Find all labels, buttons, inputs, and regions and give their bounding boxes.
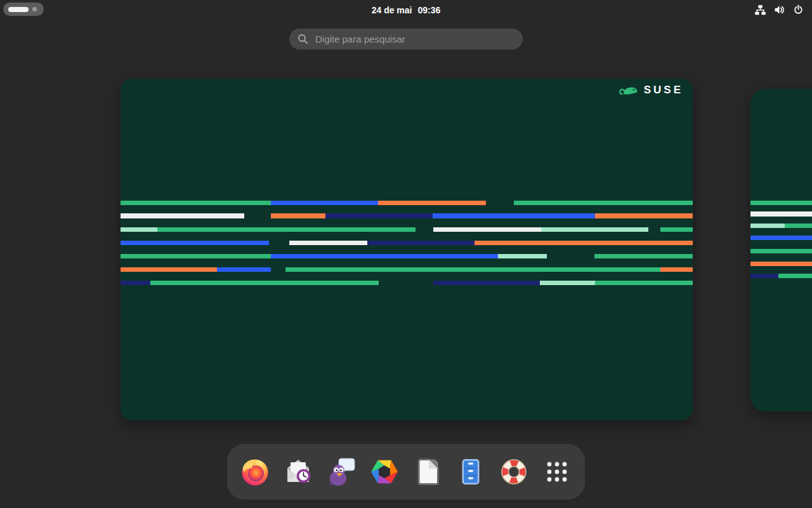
help-lifebuoy-icon bbox=[499, 457, 529, 487]
wallpaper-stripe bbox=[541, 227, 648, 232]
app-grid-icon bbox=[542, 457, 572, 487]
wallpaper-stripe bbox=[498, 254, 547, 258]
system-status-area[interactable] bbox=[755, 0, 804, 20]
photos-shutter-icon bbox=[369, 457, 400, 487]
pidgin-icon bbox=[326, 457, 357, 487]
power-icon bbox=[793, 4, 804, 15]
wallpaper-stripe bbox=[367, 241, 475, 245]
wallpaper-stripe bbox=[433, 227, 541, 232]
wallpaper-stripe bbox=[121, 213, 244, 218]
top-bar: 24 de mai 09:36 bbox=[0, 0, 812, 20]
wallpaper-stripe bbox=[121, 241, 269, 245]
dock-evolution-button[interactable] bbox=[283, 457, 313, 487]
dock-pidgin-button[interactable] bbox=[326, 457, 357, 487]
dock-app-grid-button[interactable] bbox=[542, 457, 572, 487]
wallpaper-stripe bbox=[475, 241, 693, 245]
evolution-mail-icon bbox=[283, 457, 313, 487]
clock-time: 09:36 bbox=[418, 5, 441, 15]
wallpaper-stripe bbox=[785, 224, 812, 228]
wallpaper-stripe bbox=[595, 213, 693, 218]
network-wired-icon bbox=[755, 4, 766, 15]
workspace-pill-active[interactable] bbox=[8, 7, 29, 12]
wallpaper-stripe bbox=[271, 201, 378, 205]
wallpaper-stripe bbox=[325, 213, 433, 218]
dock-help-button[interactable] bbox=[499, 457, 529, 487]
suse-logo: SUSE bbox=[619, 83, 683, 97]
wallpaper-stripe bbox=[150, 281, 379, 285]
wallpaper-stripe bbox=[121, 267, 217, 272]
suse-chameleon-icon bbox=[619, 83, 639, 97]
libreoffice-document-icon bbox=[412, 457, 443, 487]
dock-files-button[interactable] bbox=[455, 457, 486, 487]
wallpaper-stripe bbox=[660, 227, 693, 232]
wallpaper-stripe bbox=[660, 267, 693, 272]
wallpaper-stripe bbox=[750, 201, 812, 205]
volume-icon bbox=[774, 4, 785, 15]
workspace-dot-inactive[interactable] bbox=[32, 7, 37, 11]
search-bar bbox=[289, 29, 523, 50]
wallpaper-stripe bbox=[289, 241, 367, 245]
wallpaper-stripe bbox=[595, 281, 693, 285]
workspace-thumbnail-current[interactable]: SUSE bbox=[121, 79, 693, 420]
wallpaper-stripe bbox=[271, 213, 325, 218]
suse-wordmark: SUSE bbox=[644, 84, 683, 97]
wallpaper-stripe bbox=[271, 254, 498, 258]
dock-photos-button[interactable] bbox=[369, 457, 400, 487]
wallpaper-stripe bbox=[750, 274, 778, 278]
dock-libreoffice-button[interactable] bbox=[412, 457, 443, 487]
wallpaper-stripe bbox=[540, 281, 595, 285]
wallpaper-stripe bbox=[121, 201, 271, 205]
wallpaper-stripe bbox=[121, 254, 271, 258]
dock-firefox-button[interactable] bbox=[240, 457, 270, 487]
dash-dock bbox=[227, 444, 585, 500]
wallpaper-stripe bbox=[778, 274, 812, 278]
clock-button[interactable]: 24 de mai 09:36 bbox=[372, 0, 441, 20]
wallpaper-stripe bbox=[433, 281, 540, 285]
wallpaper-stripe bbox=[121, 281, 150, 285]
search-input[interactable] bbox=[289, 29, 523, 50]
wallpaper-stripe bbox=[285, 267, 660, 272]
workspace-thumbnail-next[interactable] bbox=[750, 89, 812, 411]
wallpaper-stripe bbox=[750, 224, 785, 228]
wallpaper-stripe bbox=[750, 211, 812, 217]
wallpaper-stripe bbox=[433, 213, 595, 218]
wallpaper-stripe bbox=[378, 201, 486, 205]
workspace-indicator[interactable] bbox=[3, 3, 44, 16]
wallpaper-stripe bbox=[514, 201, 693, 205]
files-cabinet-icon bbox=[455, 457, 486, 487]
wallpaper-stripe bbox=[750, 236, 812, 240]
wallpaper-stripe bbox=[217, 267, 271, 272]
wallpaper-stripe bbox=[750, 249, 812, 253]
wallpaper-stripe bbox=[750, 262, 812, 266]
firefox-icon bbox=[240, 457, 270, 487]
clock-date: 24 de mai bbox=[372, 5, 412, 15]
wallpaper-stripe bbox=[121, 227, 157, 232]
wallpaper-stripe bbox=[594, 254, 693, 258]
wallpaper-stripe bbox=[157, 227, 416, 232]
